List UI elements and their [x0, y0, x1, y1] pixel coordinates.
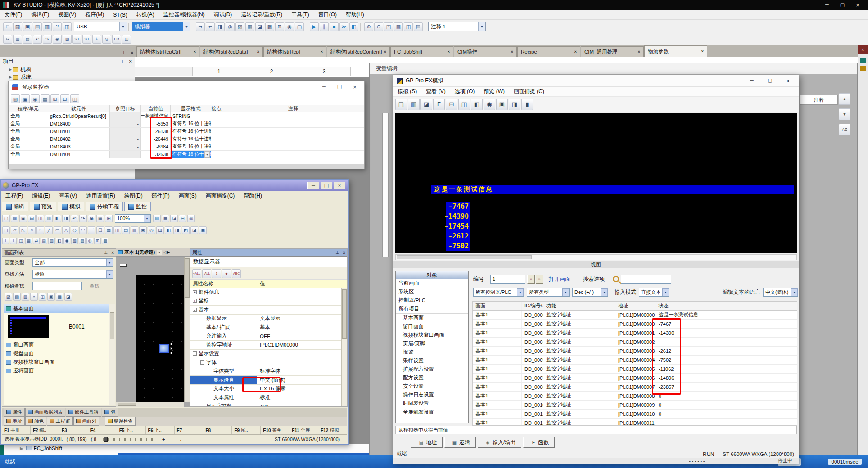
split-horizontal-icon[interactable]: ⊟	[446, 99, 457, 110]
tool-icon[interactable]: ◫	[39, 293, 46, 301]
document-tab[interactable]: Recipe ×	[517, 46, 580, 57]
open-icon[interactable]: ▨	[11, 94, 20, 104]
maximize-button[interactable]: ▢	[321, 182, 332, 189]
fkey-button[interactable]: F3	[59, 426, 88, 434]
tool-icon[interactable]: ◪	[255, 22, 264, 31]
object-tree-item[interactable]: 基本画面	[396, 314, 468, 322]
tool-icon[interactable]: ◨	[62, 215, 70, 222]
exact-find-input[interactable]	[32, 282, 82, 290]
pin-icon[interactable]: ⊥	[335, 250, 339, 255]
chevron-down-icon[interactable]: ▼	[106, 270, 113, 278]
scrollbar[interactable]	[341, 288, 347, 407]
st-edit-icon[interactable]: ST	[72, 35, 81, 44]
tool-icon[interactable]: ◪	[64, 293, 72, 301]
document-tab[interactable]: CIM_通用处理 ×	[581, 46, 644, 57]
chevron-down-icon[interactable]: ▼	[106, 259, 113, 266]
sim-table-row[interactable]: 基本1 DD_0012 监控字地址 [PLC1]DM00011	[473, 418, 797, 426]
pin-icon[interactable]: ⊥	[120, 49, 127, 57]
tool-icon[interactable]: ⌒	[88, 226, 95, 234]
undo-icon[interactable]: ↶	[33, 35, 42, 44]
tool-icon[interactable]: ▩	[162, 215, 169, 222]
object-tree-item[interactable]: 时间表设置	[396, 399, 468, 408]
screen-group[interactable]: 视频模块窗口画面	[4, 358, 115, 366]
open-screen-link[interactable]: 打开画面	[549, 275, 570, 283]
tool-icon[interactable]: ⊞	[105, 215, 113, 222]
sim-table-row[interactable]: 基本1 DD_0007 监控字地址 [PLC1]DM00006 -14896	[473, 374, 797, 382]
prop-value-header[interactable]: 值	[257, 280, 265, 287]
tool-icon[interactable]: ◎	[148, 226, 155, 234]
dock-tab[interactable]: 颜色	[25, 417, 46, 426]
tool-icon[interactable]: ▥	[22, 293, 29, 301]
chevron-down-icon[interactable]: ▼	[119, 22, 127, 31]
error-check-tab[interactable]: 错误检查	[105, 417, 136, 426]
fkey-button[interactable]: F11全屏	[289, 426, 318, 434]
object-tree-item[interactable]: 扩展配方设置	[396, 365, 468, 374]
tool-icon[interactable]: ◉	[139, 226, 147, 234]
screen-group[interactable]: 键盘画面	[4, 349, 115, 358]
verify-icon[interactable]: ◨	[216, 22, 225, 31]
column-header[interactable]: 画面	[473, 302, 522, 310]
tool-icon[interactable]: ▦	[56, 293, 63, 301]
step-icon[interactable]: ≫	[339, 22, 348, 31]
save-icon[interactable]: ▣	[23, 22, 32, 31]
register-find-icon[interactable]: ◉	[31, 94, 40, 104]
grid-icon[interactable]: ▦	[394, 22, 403, 31]
help-icon[interactable]: ?	[53, 22, 62, 31]
tool-icon[interactable]: ▨	[5, 293, 12, 301]
tool-icon[interactable]: ◉	[285, 22, 294, 31]
gppro-menu-item[interactable]: 部件(P)	[147, 192, 174, 200]
kv-minimize-button[interactable]: ─	[819, 2, 835, 9]
sort-up-icon[interactable]: ▲	[839, 93, 850, 105]
tool-icon[interactable]: ◫	[113, 226, 121, 234]
property-row[interactable]: 文本大小8 x 16 像素	[190, 385, 347, 394]
tool-icon[interactable]: ◧	[54, 215, 61, 222]
close-icon[interactable]: ×	[343, 250, 345, 255]
tool-icon[interactable]: ▢	[295, 22, 304, 31]
scrollbar[interactable]	[382, 113, 389, 257]
screen-number-input[interactable]: 1	[490, 274, 525, 284]
watch-list-icon[interactable]: ▦	[408, 99, 420, 110]
pin-icon[interactable]: ⊥	[104, 250, 108, 255]
kv-menu-item[interactable]: 文件(F)	[0, 11, 27, 18]
tool-icon[interactable]: ▦	[245, 22, 254, 31]
device-list-icon[interactable]: ▤	[395, 99, 407, 110]
kv-menu-item[interactable]: ST(S)	[108, 12, 131, 18]
object-tree-item[interactable]: 视频模块窗口画面	[396, 331, 468, 339]
screen-type-combo[interactable]: 全部▼	[32, 258, 113, 267]
kv-menu-item[interactable]: 工具(T)	[287, 11, 313, 18]
tool-icon[interactable]: ⇄	[33, 238, 40, 244]
maximize-button[interactable]: ▢	[761, 77, 779, 85]
tool-icon[interactable]: ▤	[28, 215, 36, 222]
gppro-menu-item[interactable]: 工程(F)	[1, 192, 27, 200]
kv-menu-item[interactable]: 程序(M)	[81, 11, 108, 18]
screen-group[interactable]: 逻辑画面	[4, 366, 115, 375]
object-tree-item[interactable]: 操作日志设置	[396, 391, 468, 399]
gppro-mode-tab[interactable]: 预览	[30, 202, 56, 212]
find-button[interactable]: 查找	[85, 282, 104, 290]
tool-icon[interactable]: ◎	[187, 215, 195, 222]
tool-icon[interactable]: ◇	[71, 226, 78, 234]
workspace-tree-item[interactable]: FC_JobShift	[34, 446, 62, 451]
column-header[interactable]: 程序/单元	[9, 105, 48, 112]
object-tree-item[interactable]: 采样设置	[396, 356, 468, 365]
property-tool-icon[interactable]: +ALL	[192, 269, 201, 278]
property-row[interactable]: +部件信息	[190, 288, 347, 297]
kv-usb-combo[interactable]: USB▼	[74, 22, 127, 32]
kv-menu-item[interactable]: 视图(V)	[54, 11, 81, 18]
maximize-button[interactable]: ▢	[332, 84, 347, 90]
logic-tab[interactable]: ▦ 逻辑	[444, 437, 476, 448]
column-header[interactable]: 显示格式	[171, 105, 211, 112]
document-tab[interactable]: FC_JobShift ×	[390, 46, 453, 57]
tool-icon[interactable]: ▥	[48, 238, 55, 244]
canvas-black-screen[interactable]	[136, 275, 184, 402]
sort-down-icon[interactable]: ▼	[839, 108, 850, 120]
zoom-in-icon[interactable]: ⊕	[364, 22, 373, 31]
tool-icon[interactable]: ▣	[47, 293, 55, 301]
property-row[interactable]: 文本属性标准	[190, 393, 347, 402]
chevron-down-icon[interactable]: ▼	[183, 22, 190, 31]
sim-table-row[interactable]: 基本1 DD_0008 监控字地址 [PLC1]DM00007 -23857	[473, 382, 797, 392]
close-icon[interactable]: ×	[701, 49, 704, 54]
chevron-down-icon[interactable]: ▼	[144, 215, 150, 222]
device-settings-icon[interactable]: ◪	[420, 99, 432, 110]
watch-table-row[interactable]: 全局 DM18402 - -26449 有符号 16 位十进制数	[9, 135, 364, 143]
